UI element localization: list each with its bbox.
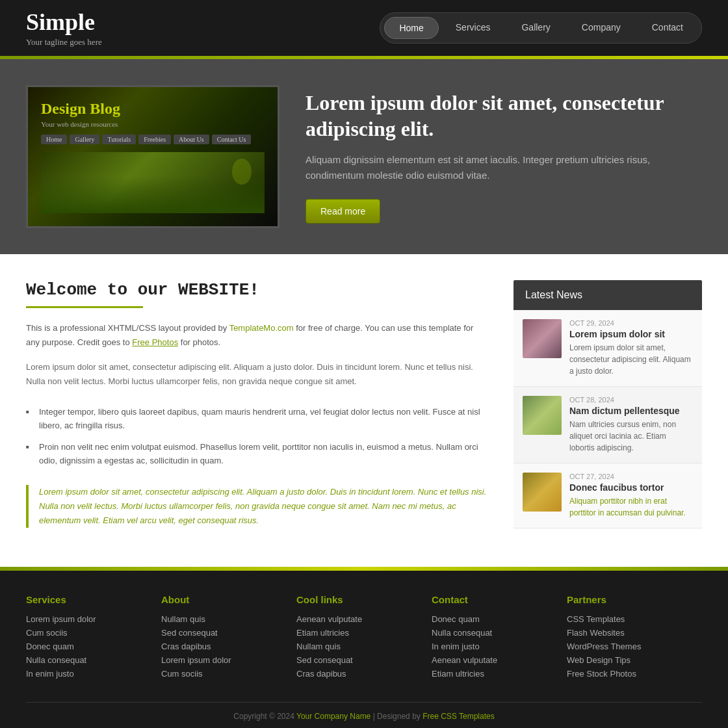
hero-image-nav: Home Gallery Tutorials Freebies About Us… [41,135,251,144]
templatemo-link[interactable]: TemplateMo.com [229,323,294,333]
footer-coollinks-link-2[interactable]: Etiam ultricies [296,628,419,638]
footer-contact-link-1[interactable]: Donec quam [432,614,554,624]
hero-nav-home[interactable]: Home [41,135,67,144]
hero-nav-about[interactable]: About Us [174,135,209,144]
footer-services-link-4[interactable]: Nulla consequat [26,655,148,665]
footer-partners-title: Partners [567,594,689,605]
company-name-link[interactable]: Your Company Name [296,712,370,721]
footer-contact-link-4[interactable]: Aenean vulputate [432,655,554,665]
footer-about-title: About [161,594,283,605]
bullet-item-1: Integer tempor, libero quis laoreet dapi… [26,402,488,437]
hero-image: Design Blog Your web design resources Ho… [26,85,280,228]
footer-services-link-3[interactable]: Donec quam [26,642,148,651]
news-item-3: OCT 27, 2024 Donec faucibus tortor Aliqu… [514,463,702,528]
footer-col-coollinks: Cool links Aenean vulputate Etiam ultric… [296,594,432,682]
news-excerpt-1: Lorem ipsum dolor sit amet, consectetur … [569,342,693,377]
footer-contact-link-5[interactable]: Etiam ultricies [432,669,554,679]
latest-news-header: Latest News [514,280,702,310]
footer-contact-link-3[interactable]: In enim justo [432,642,554,651]
footer-col-partners: Partners CSS Templates Flash Websites Wo… [567,594,702,682]
sidebar: Latest News OCT 29, 2024 Lorem ipsum dol… [514,280,702,541]
news-title-2[interactable]: Nam dictum pellentesque [569,406,693,416]
header: Simple Your tagline goes here Home Servi… [0,0,728,56]
nav-gallery[interactable]: Gallery [507,17,564,39]
footer-coollinks-link-3[interactable]: Nullam quis [296,642,419,651]
news-item-1: OCT 29, 2024 Lorem ipsum dolor sit Lorem… [514,310,702,387]
news-title-3[interactable]: Donec faucibus tortor [569,482,693,493]
hero-description: Aliquam dignissim elementum est sit amet… [306,152,702,183]
blockquote: Lorem ipsum dolor sit amet, consectetur … [26,485,488,528]
hero-text: Lorem ipsum dolor sit amet, consectetur … [306,90,702,224]
news-date-3: OCT 27, 2024 [569,473,693,480]
news-thumb-2 [523,396,562,435]
footer-coollinks-link-4[interactable]: Sed consequat [296,655,419,665]
footer-partners-link-3[interactable]: WordPress Themes [567,642,689,651]
footer-about-link-3[interactable]: Cras dapibus [161,642,283,651]
hero-nav-gallery[interactable]: Gallery [70,135,99,144]
bullet-item-2: Proin non velit nec enim volutpat euismo… [26,437,488,472]
news-excerpt-2: Nam ultricies cursus enim, non aliquet o… [569,419,693,454]
welcome-title: Welcome to our WEBSITE! [26,280,488,300]
footer-col-about: About Nullam quis Sed consequat Cras dap… [161,594,296,682]
news-excerpt-3: Aliquam porttitor nibh in erat porttitor… [569,495,693,519]
news-date-2: OCT 28, 2024 [569,396,693,404]
content-area: Welcome to our WEBSITE! This is a profes… [26,280,514,541]
footer-about-link-5[interactable]: Cum sociis [161,669,283,679]
designer-link[interactable]: Free CSS Templates [422,712,495,721]
footer-partners-link-4[interactable]: Web Design Tips [567,655,689,665]
footer-coollinks-title: Cool links [296,594,419,605]
read-more-button[interactable]: Read more [306,199,380,224]
footer-services-link-5[interactable]: In enim justo [26,669,148,679]
copyright-text: Copyright © 2024 [233,712,294,721]
hero-nav-contact[interactable]: Contact Us [212,135,252,144]
free-photos-link[interactable]: Free Photos [132,337,178,347]
news-thumb-1 [523,319,562,358]
nav-company[interactable]: Company [567,17,635,39]
hero-nav-freebies[interactable]: Freebies [138,135,171,144]
logo-tagline: Your tagline goes here [26,37,102,47]
footer-services-title: Services [26,594,148,605]
footer-services-link-2[interactable]: Cum sociis [26,628,148,638]
news-thumb-3 [523,473,562,512]
footer-bottom: Copyright © 2024 Your Company Name | Des… [26,702,702,721]
footer-columns: Services Lorem ipsum dolor Cum sociis Do… [26,594,702,682]
hero-nav-tutorials[interactable]: Tutorials [102,135,136,144]
news-title-1[interactable]: Lorem ipsum dolor sit [569,329,693,339]
main-nav: Home Services Gallery Company Contact [380,12,702,44]
hero-image-inner: Design Blog Your web design resources Ho… [28,87,278,226]
nav-contact[interactable]: Contact [638,17,697,39]
hero-blog-title: Design Blog [41,100,120,118]
footer-partners-link-1[interactable]: CSS Templates [567,614,689,624]
footer: Services Lorem ipsum dolor Cum sociis Do… [0,571,728,728]
footer-contact-title: Contact [432,594,554,605]
welcome-underline [26,306,143,308]
news-meta-3: OCT 27, 2024 Donec faucibus tortor Aliqu… [569,473,693,519]
footer-partners-link-2[interactable]: Flash Websites [567,628,689,638]
footer-partners-link-5[interactable]: Free Stock Photos [567,669,689,679]
footer-col-services: Services Lorem ipsum dolor Cum sociis Do… [26,594,161,682]
nav-home[interactable]: Home [384,17,438,39]
news-meta-1: OCT 29, 2024 Lorem ipsum dolor sit Lorem… [569,319,693,377]
hero-heading: Lorem ipsum dolor sit amet, consectetur … [306,90,702,142]
footer-coollinks-link-1[interactable]: Aenean vulputate [296,614,419,624]
footer-services-link-1[interactable]: Lorem ipsum dolor [26,614,148,624]
hero-blog-sub: Your web design resources [41,120,118,128]
footer-about-link-2[interactable]: Sed consequat [161,628,283,638]
bullet-list: Integer tempor, libero quis laoreet dapi… [26,402,488,471]
main-area: Welcome to our WEBSITE! This is a profes… [0,254,728,567]
hero-section: Design Blog Your web design resources Ho… [0,59,728,254]
nav-services[interactable]: Services [441,17,505,39]
body-text: Lorem ipsum dolor sit amet, consectetur … [26,360,488,389]
footer-about-link-4[interactable]: Lorem ipsum dolor [161,655,283,665]
logo-area: Simple Your tagline goes here [26,8,102,47]
footer-col-contact: Contact Donec quam Nulla consequat In en… [432,594,567,682]
intro-text: This is a professional XHTML/CSS layout … [26,321,488,350]
footer-about-link-1[interactable]: Nullam quis [161,614,283,624]
news-item-2: OCT 28, 2024 Nam dictum pellentesque Nam… [514,387,702,463]
news-date-1: OCT 29, 2024 [569,319,693,327]
designed-by-text: | Designed by [373,712,423,721]
logo-title: Simple [26,8,102,36]
footer-coollinks-link-5[interactable]: Cras dapibus [296,669,419,679]
news-meta-2: OCT 28, 2024 Nam dictum pellentesque Nam… [569,396,693,454]
footer-contact-link-2[interactable]: Nulla consequat [432,628,554,638]
